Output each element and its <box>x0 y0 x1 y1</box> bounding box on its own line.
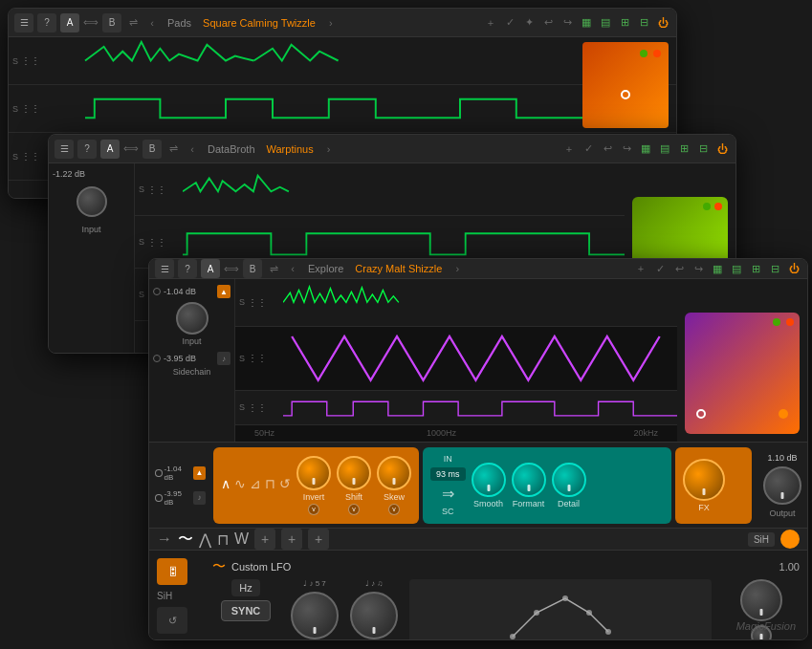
grid-f1[interactable]: ⋮⋮ <box>248 297 267 308</box>
wave-spike[interactable]: ⋀ <box>199 530 211 549</box>
power-mid[interactable]: ⏻ <box>714 141 730 157</box>
knob-smooth[interactable] <box>472 463 506 497</box>
grid-btn-b3[interactable]: ⋮⋮ <box>21 151 40 162</box>
grid-btn-b1[interactable]: ⋮⋮ <box>21 55 40 66</box>
b-btn-front[interactable]: B <box>243 259 262 278</box>
lfo-icon-orange[interactable]: 🎛 <box>157 558 187 585</box>
solo-btn-b3[interactable]: S <box>12 152 18 162</box>
division-knob[interactable] <box>350 592 398 639</box>
solo-btn-b1[interactable]: S <box>12 56 18 66</box>
redo-front[interactable]: ↪ <box>691 261 706 276</box>
question-front[interactable]: ? <box>178 259 197 278</box>
redo-mid[interactable]: ↪ <box>619 141 634 157</box>
solo-f1[interactable]: S <box>239 297 245 307</box>
check-front[interactable]: ✓ <box>652 261 668 276</box>
level-vol-1[interactable]: ▲ <box>193 466 206 480</box>
plus-icon-back[interactable]: + <box>483 15 498 31</box>
power-front[interactable]: ⏻ <box>786 261 801 276</box>
next-icon-back[interactable]: › <box>323 15 339 31</box>
knob-fx[interactable] <box>683 459 725 501</box>
grid1-mid[interactable]: ▦ <box>638 141 653 157</box>
question-mid[interactable]: ? <box>77 140 97 159</box>
solo-f2[interactable]: S <box>239 354 245 363</box>
star-icon-back[interactable]: ✦ <box>521 15 537 31</box>
grid4-front[interactable]: ⊟ <box>767 261 782 276</box>
circle-in-1[interactable] <box>153 288 161 295</box>
level-circle-2[interactable] <box>155 494 163 502</box>
wave-reset-icon[interactable]: ↺ <box>279 476 291 491</box>
question-icon[interactable]: ? <box>37 13 56 32</box>
wave-step[interactable]: ⊓ <box>217 530 229 549</box>
color-pad-back[interactable] <box>582 42 669 128</box>
invert-v-btn[interactable]: v <box>308 504 319 515</box>
grid-m1[interactable]: ⋮⋮ <box>147 184 166 195</box>
knob-detail[interactable] <box>552 463 586 497</box>
add-wave-3[interactable]: + <box>308 529 329 550</box>
grid3-mid[interactable]: ⊞ <box>676 141 691 157</box>
knob-invert[interactable] <box>296 456 331 490</box>
a-btn-front[interactable]: A <box>201 259 220 278</box>
circle-in-2[interactable] <box>153 355 161 362</box>
hamburger-front[interactable]: ☰ <box>155 259 174 278</box>
orange-dot-btn[interactable] <box>780 530 800 549</box>
hamburger-mid[interactable]: ☰ <box>55 140 74 159</box>
solo-m2[interactable]: S <box>139 237 144 247</box>
vol-icon-2[interactable]: ♪ <box>217 352 230 365</box>
a-btn-mid[interactable]: A <box>100 140 120 159</box>
solo-m1[interactable]: S <box>139 184 144 194</box>
wave-sq-icon[interactable]: ⊓ <box>265 476 275 491</box>
check-icon-back[interactable]: ✓ <box>502 15 517 31</box>
wave-sin-icon[interactable]: ∿ <box>234 476 246 491</box>
solo-btn-b2[interactable]: S <box>12 104 18 114</box>
add-wave-1[interactable]: + <box>254 529 275 550</box>
level-vol-2[interactable]: ♪ <box>193 491 206 505</box>
plus-mid[interactable]: + <box>561 141 577 157</box>
grid1-front[interactable]: ▦ <box>710 261 725 276</box>
skew-v-btn[interactable]: v <box>388 504 400 515</box>
b-button-back[interactable]: B <box>102 13 121 32</box>
grid-f3[interactable]: ⋮⋮ <box>248 402 267 413</box>
solo-f3[interactable]: S <box>239 402 245 412</box>
prev-front[interactable]: ‹ <box>285 261 300 276</box>
undo-front[interactable]: ↩ <box>671 261 687 276</box>
knob-formant[interactable] <box>512 463 546 497</box>
orange-box-1[interactable]: ▲ <box>217 285 230 298</box>
type-knob[interactable] <box>291 592 339 639</box>
shift-v-btn[interactable]: v <box>348 504 360 515</box>
next-front[interactable]: › <box>450 261 465 276</box>
grid-f2[interactable]: ⋮⋮ <box>248 353 267 363</box>
amount-knob[interactable] <box>740 579 782 621</box>
grid-icon-back[interactable]: ▦ <box>579 15 594 31</box>
a-button-back[interactable]: A <box>60 13 79 32</box>
add-wave-2[interactable]: + <box>281 529 302 550</box>
lfo-sih-label[interactable]: SiH <box>157 591 205 601</box>
wave-tri-icon[interactable]: ∧ <box>221 476 230 491</box>
knob-skew[interactable] <box>377 456 411 490</box>
input-knob-front[interactable] <box>176 302 208 335</box>
lfo-undo-btn[interactable]: ↺ <box>157 607 187 634</box>
color-pad-front[interactable] <box>685 313 800 434</box>
hamburger-icon[interactable]: ☰ <box>14 13 33 32</box>
plus-front[interactable]: + <box>633 261 648 276</box>
prev-mid[interactable]: ‹ <box>185 141 200 157</box>
grid4-mid[interactable]: ⊟ <box>695 141 711 157</box>
prev-icon-back[interactable]: ‹ <box>144 15 160 31</box>
mid-input-knob[interactable] <box>77 186 107 217</box>
grid2-icon-back[interactable]: ▤ <box>598 15 613 31</box>
grid3-front[interactable]: ⊞ <box>748 261 763 276</box>
grid3-icon-back[interactable]: ⊞ <box>617 15 632 31</box>
undo-mid[interactable]: ↩ <box>600 141 615 157</box>
grid2-mid[interactable]: ▤ <box>657 141 672 157</box>
power-icon-back[interactable]: ⏻ <box>655 15 670 31</box>
grid4-icon-back[interactable]: ⊟ <box>636 15 651 31</box>
wave-squiggle[interactable]: 〜 <box>178 530 193 550</box>
arrow-prev-wave[interactable]: → <box>157 530 172 548</box>
solo-m3[interactable]: S <box>139 290 144 299</box>
check-mid[interactable]: ✓ <box>581 141 596 157</box>
output-knob[interactable] <box>763 466 801 505</box>
grid-m2[interactable]: ⋮⋮ <box>147 237 166 248</box>
next-mid[interactable]: › <box>321 141 337 157</box>
wave-saw-icon[interactable]: ⊿ <box>250 476 261 491</box>
level-circle-1[interactable] <box>155 469 163 477</box>
b-btn-mid[interactable]: B <box>143 140 162 159</box>
